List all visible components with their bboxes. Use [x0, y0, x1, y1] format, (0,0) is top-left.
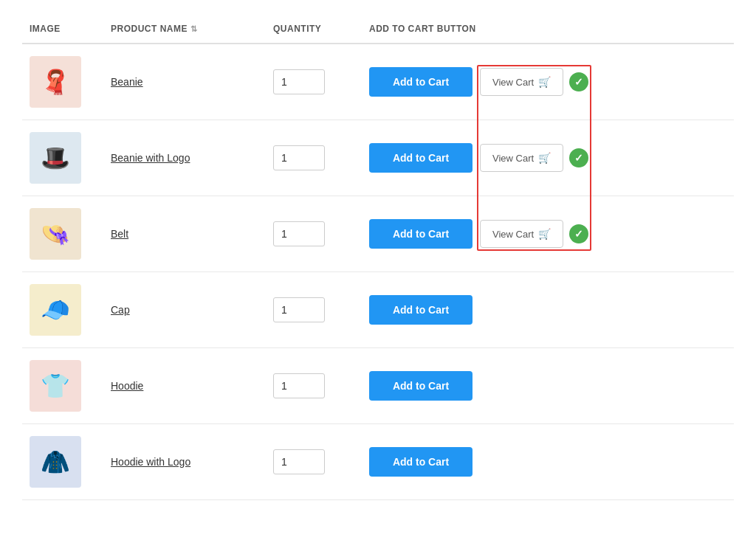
actions-cell: Add to Cart [369, 371, 726, 401]
cart-icon: 🛒 [538, 228, 551, 240]
quantity-input[interactable] [273, 449, 325, 474]
quantity-input[interactable] [273, 69, 325, 94]
view-cart-label: View Cart [492, 229, 534, 240]
add-to-cart-button[interactable]: Add to Cart [369, 219, 472, 249]
add-to-cart-button[interactable]: Add to Cart [369, 295, 472, 325]
table-row: 🧢CapAdd to Cart [22, 272, 734, 348]
quantity-input[interactable] [273, 145, 325, 170]
table-row: 🧥Hoodie with LogoAdd to Cart [22, 424, 734, 500]
quantity-input[interactable] [273, 297, 325, 322]
add-to-cart-button[interactable]: Add to Cart [369, 371, 472, 401]
check-icon: ✓ [569, 72, 588, 91]
product-name-link[interactable]: Cap [111, 304, 130, 316]
actions-cell: Add to CartView Cart🛒✓ [369, 143, 726, 173]
header-image: IMAGE [22, 15, 103, 44]
view-cart-highlight: View Cart🛒✓ [480, 144, 588, 172]
product-name-link[interactable]: Hoodie [111, 380, 143, 392]
product-name-link[interactable]: Hoodie with Logo [111, 456, 190, 468]
product-image: 👕 [30, 360, 81, 412]
table-row: 🧣BeanieAdd to CartView Cart🛒✓ [22, 44, 734, 120]
table-row: 👕HoodieAdd to Cart [22, 348, 734, 424]
quantity-input[interactable] [273, 373, 325, 398]
add-to-cart-button[interactable]: Add to Cart [369, 143, 472, 173]
header-quantity: QUANTITY [266, 15, 362, 44]
add-to-cart-button[interactable]: Add to Cart [369, 447, 472, 477]
view-cart-label: View Cart [492, 77, 534, 88]
view-cart-highlight: View Cart🛒✓ [480, 68, 588, 96]
check-icon: ✓ [569, 148, 588, 167]
cart-icon: 🛒 [538, 76, 551, 88]
actions-cell: Add to CartView Cart🛒✓ [369, 219, 726, 249]
check-icon: ✓ [569, 224, 588, 243]
header-add-to-cart: ADD TO CART BUTTON [362, 15, 734, 44]
page-container: IMAGE PRODUCT NAME QUANTITY ADD TO CART … [0, 0, 756, 543]
actions-cell: Add to Cart [369, 447, 726, 477]
quantity-input[interactable] [273, 221, 325, 246]
add-to-cart-button[interactable]: Add to Cart [369, 67, 472, 97]
product-name-link[interactable]: Belt [111, 228, 128, 240]
table-header-row: IMAGE PRODUCT NAME QUANTITY ADD TO CART … [22, 15, 734, 44]
table-row: 👒BeltAdd to CartView Cart🛒✓ [22, 196, 734, 272]
view-cart-button[interactable]: View Cart🛒 [480, 144, 563, 172]
view-cart-label: View Cart [492, 153, 534, 164]
product-name-link[interactable]: Beanie with Logo [111, 152, 190, 164]
product-image: 🧥 [30, 436, 81, 488]
product-image: 🎩 [30, 132, 81, 184]
header-product-name[interactable]: PRODUCT NAME [103, 15, 266, 44]
product-name-link[interactable]: Beanie [111, 76, 143, 88]
view-cart-highlight: View Cart🛒✓ [480, 220, 588, 248]
actions-cell: Add to CartView Cart🛒✓ [369, 67, 726, 97]
actions-cell: Add to Cart [369, 295, 726, 325]
cart-icon: 🛒 [538, 152, 551, 164]
view-cart-button[interactable]: View Cart🛒 [480, 68, 563, 96]
products-table: IMAGE PRODUCT NAME QUANTITY ADD TO CART … [22, 15, 734, 500]
product-image: 🧢 [30, 284, 81, 336]
table-row: 🎩Beanie with LogoAdd to CartView Cart🛒✓ [22, 120, 734, 196]
view-cart-button[interactable]: View Cart🛒 [480, 220, 563, 248]
product-image: 🧣 [30, 56, 81, 108]
product-image: 👒 [30, 208, 81, 260]
